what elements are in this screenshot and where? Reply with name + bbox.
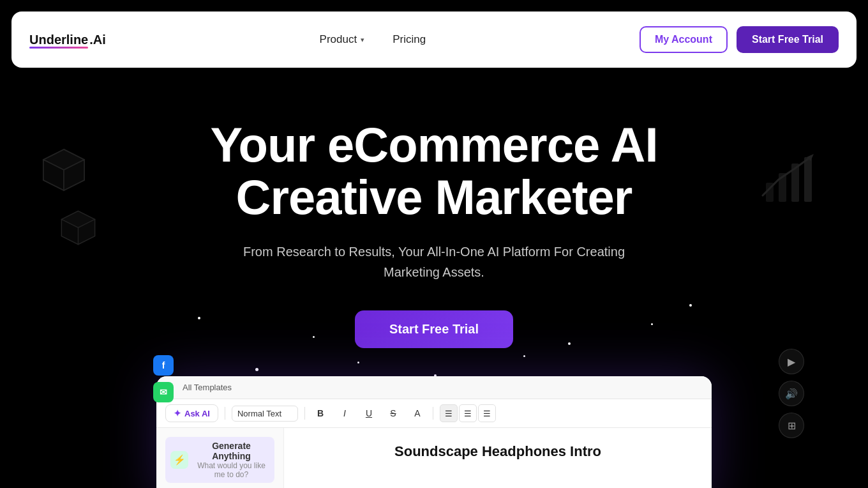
underline-button[interactable]: U xyxy=(360,404,378,422)
app-content: Soundscape Headphones Intro xyxy=(284,428,712,488)
text-format-select[interactable]: Normal Text xyxy=(232,406,298,422)
generate-anything-item[interactable]: ⚡ Generate Anything What would you like … xyxy=(165,437,274,483)
sparkle-11 xyxy=(689,304,692,307)
app-sidebar: ⚡ Generate Anything What would you like … xyxy=(156,428,284,488)
nav-pricing[interactable]: Pricing xyxy=(381,28,437,51)
sparkle-8 xyxy=(357,362,359,363)
align-group: ☰ ☰ ☰ xyxy=(440,404,496,422)
ask-ai-button[interactable]: ✦ Ask AI xyxy=(165,404,218,422)
chevron-down-icon: ▾ xyxy=(361,36,364,44)
app-editor-bar: ✦ Ask AI Normal Text B I U S A ☰ ☰ ☰ xyxy=(156,399,712,428)
bold-button[interactable]: B xyxy=(311,404,329,422)
sparkle-icon: ✦ xyxy=(174,408,181,418)
speaker-icon: 🔊 xyxy=(779,381,804,406)
play-icon: ▶ xyxy=(779,349,804,374)
format-select-wrapper: Normal Text xyxy=(232,406,298,422)
sidebar-generate-label: Generate Anything xyxy=(193,441,269,461)
navbar: Underline .Ai Product ▾ Pricing My Accou… xyxy=(11,11,857,68)
app-body: ⚡ Generate Anything What would you like … xyxy=(156,428,712,488)
sparkle-5 xyxy=(568,342,571,345)
sparkle-6 xyxy=(651,323,653,325)
app-preview: ← All Templates ✦ Ask AI Normal Text B I… xyxy=(156,376,712,488)
logo[interactable]: Underline .Ai xyxy=(29,33,106,47)
nav-links: Product ▾ Pricing xyxy=(308,28,438,51)
left-social-dock: f ✉ xyxy=(153,355,174,402)
separator-3 xyxy=(433,407,433,420)
nav-product[interactable]: Product ▾ xyxy=(308,28,377,51)
hero-subtitle: From Research to Results, Your All-In-On… xyxy=(230,241,638,282)
start-free-trial-hero-button[interactable]: Start Free Trial xyxy=(355,310,513,348)
align-left-button[interactable]: ☰ xyxy=(440,404,458,422)
separator-2 xyxy=(304,407,305,420)
app-toolbar: ← All Templates xyxy=(156,376,712,399)
right-deco-dock: ▶ 🔊 ⊞ xyxy=(779,349,804,438)
generate-icon: ⚡ xyxy=(170,451,188,469)
my-account-button[interactable]: My Account xyxy=(640,26,728,53)
logo-text: Underline xyxy=(29,33,88,47)
align-center-button[interactable]: ☰ xyxy=(459,404,477,422)
separator-1 xyxy=(225,407,225,420)
hero-title: Your eCommerce AI Creative Marketer xyxy=(13,119,855,224)
align-right-button[interactable]: ☰ xyxy=(478,404,496,422)
sidebar-prompt: What would you like me to do? xyxy=(193,461,269,479)
sparkle-10 xyxy=(523,355,525,357)
grid-icon: ⊞ xyxy=(779,413,804,438)
font-color-button[interactable]: A xyxy=(408,404,426,422)
app-content-title: Soundscape Headphones Intro xyxy=(304,443,691,460)
sparkle-7 xyxy=(255,368,258,371)
breadcrumb: All Templates xyxy=(183,383,232,392)
message-icon: ✉ xyxy=(153,382,174,402)
italic-button[interactable]: I xyxy=(336,404,354,422)
sparkle-1 xyxy=(198,317,200,319)
nav-actions: My Account Start Free Trial xyxy=(640,26,839,53)
strikethrough-button[interactable]: S xyxy=(384,404,402,422)
hero-section: f ✉ ▶ 🔊 ⊞ Your eCommerce AI Creative Mar… xyxy=(0,68,868,488)
start-free-trial-nav-button[interactable]: Start Free Trial xyxy=(737,26,839,53)
sparkle-2 xyxy=(313,336,315,338)
facebook-icon: f xyxy=(153,355,174,376)
